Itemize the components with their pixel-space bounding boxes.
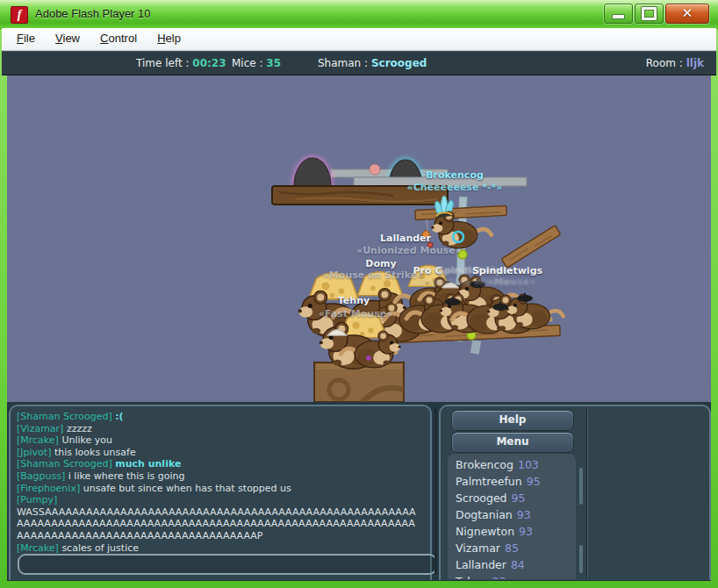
- chat-message-text: zzzzz: [67, 423, 92, 434]
- window-controls: ✕: [604, 4, 709, 24]
- player-row: Palmtreefun95: [456, 473, 576, 490]
- room-label: Room :: [646, 57, 683, 69]
- chat-message-author: [Firephoenix]: [17, 483, 80, 494]
- chat-message-author: [Shaman Scrooged]: [17, 458, 112, 470]
- game-status-bar: Time left : 00:23 Mice : 35 Shaman : Scr…: [2, 51, 716, 75]
- close-button[interactable]: ✕: [665, 4, 709, 24]
- player-title-tehny: «Fast Mouse»: [319, 308, 392, 319]
- player-row: Tehny83: [456, 573, 576, 579]
- chat-message-author: [Vizamar]: [17, 423, 63, 434]
- player-row: Brokencog103: [456, 456, 576, 473]
- player-row: Lallander84: [456, 556, 576, 573]
- minimize-icon: [613, 15, 624, 18]
- chat-message-text: i like where this is going: [68, 470, 185, 482]
- player-label-lallander: Lallander: [380, 233, 431, 244]
- player-list: Brokencog103 Palmtreefun95 Scrooged95 Do…: [448, 454, 576, 579]
- maximize-button[interactable]: [635, 4, 664, 24]
- player-name: Dogtanian: [456, 508, 513, 521]
- player-score: 84: [511, 558, 525, 571]
- time-left-label: Time left :: [136, 57, 189, 69]
- help-button[interactable]: Help: [451, 410, 574, 431]
- room-group: Room : lljk: [646, 57, 704, 69]
- shaman-label: Shaman :: [318, 57, 368, 69]
- player-score: 93: [517, 508, 531, 521]
- chat-log: [Shaman Scrooged] :( [Vizamar] zzzzz [Mr…: [17, 411, 422, 555]
- pole-stub: [470, 340, 481, 354]
- chat-message-author: [Mrcake]: [17, 434, 59, 446]
- shaman-value: Scrooged: [371, 57, 427, 69]
- chat-message-text: WASSAAAAAAAAAAAAAAAAAAAAAAAAAAAAAAAAAAAA…: [17, 506, 422, 542]
- chat-message-author: [Jpivot]: [17, 447, 51, 458]
- time-left-value: 00:23: [192, 57, 226, 69]
- chat-scrollbar[interactable]: [434, 407, 437, 574]
- menu-button[interactable]: Menu: [451, 432, 574, 453]
- player-title-lallander: «Unionized Mouse»: [356, 245, 462, 256]
- menu-item[interactable]: Help: [149, 28, 189, 45]
- player-score: 85: [505, 541, 519, 555]
- menu-item[interactable]: View: [47, 28, 88, 45]
- player-score: 103: [518, 458, 539, 471]
- chat-message-author: [Pumpy]: [17, 494, 57, 506]
- chat-message: [Firephoenix] unsafe but since when has …: [17, 483, 422, 495]
- shaman-plank: [415, 205, 506, 219]
- chat-message: [Vizamar] zzzzz: [17, 423, 422, 435]
- player-row: Scrooged95: [456, 490, 576, 506]
- flash-player-icon: f: [11, 6, 28, 24]
- player-label-tehny: Tehny: [338, 295, 370, 306]
- chat-message-text: :(: [115, 411, 123, 422]
- pink-ball: [370, 164, 380, 175]
- title-bar[interactable]: f Adobe Flash Player 10 ✕: [0, 0, 718, 29]
- shaman-group: Shaman : Scrooged: [318, 57, 427, 69]
- chat-message: [Shaman Scrooged] much unlike: [17, 458, 422, 470]
- panel-divider: [586, 408, 587, 578]
- mice-count-value: 35: [266, 57, 281, 69]
- menu-item[interactable]: File: [9, 28, 43, 45]
- chat-message: [Pumpy] WASSAAAAAAAAAAAAAAAAAAAAAAAAAAAA…: [17, 494, 422, 541]
- player-title-domy: «Mouse on Strike»: [323, 269, 423, 281]
- player-list-scrollbar[interactable]: [579, 459, 583, 578]
- room-value: lljk: [686, 57, 704, 69]
- chat-message-author: [Bagpuss]: [17, 470, 65, 482]
- chat-box: [Shaman Scrooged] :( [Vizamar] zzzzz [Mr…: [9, 405, 432, 580]
- player-name: Brokencog: [456, 458, 513, 471]
- player-name: Vizamar: [456, 541, 500, 555]
- player-row: Vizamar85: [456, 540, 576, 556]
- window-title: Adobe Flash Player 10: [35, 7, 151, 20]
- chat-message-text: this looks unsafe: [54, 447, 136, 458]
- chat-message-text: unsafe but since when has that stopped u…: [83, 483, 291, 494]
- chat-message: [Jpivot] this looks unsafe: [17, 447, 422, 459]
- mouse-hole-pink: [294, 158, 331, 186]
- menu-bar: File View Control Help: [2, 28, 716, 51]
- player-row: Dogtanian93: [456, 506, 576, 523]
- chat-message-author: [Mrcake]: [17, 542, 59, 554]
- scrollbar-thumb-2[interactable]: [579, 545, 583, 573]
- player-label-brokencog: Brokencog: [426, 169, 484, 181]
- player-name: Palmtreefun: [456, 475, 522, 488]
- scrollbar-thumb[interactable]: [579, 468, 583, 505]
- close-icon: ✕: [682, 7, 693, 20]
- game-scene: [7, 75, 711, 402]
- game-canvas[interactable]: Brokencog «Cheeeeeese *-*» Lallander «Un…: [7, 75, 711, 402]
- chat-message: [Mrcake] scales of justice: [17, 542, 422, 555]
- mice-count-group: Mice : 35: [232, 57, 281, 69]
- chat-input[interactable]: [18, 554, 437, 575]
- time-left-group: Time left : 00:23: [136, 57, 226, 69]
- player-name: Scrooged: [456, 491, 507, 505]
- player-score: 95: [527, 475, 541, 488]
- player-name: Lallander: [456, 558, 506, 571]
- chat-message-text: scales of justice: [61, 542, 139, 554]
- chat-message: [Shaman Scrooged] :(: [17, 411, 422, 423]
- minimize-button[interactable]: [604, 4, 633, 24]
- player-score: 83: [492, 575, 506, 579]
- menu-item[interactable]: Control: [92, 28, 145, 45]
- player-name: Tehny: [456, 575, 487, 579]
- chat-message-text: Unlike you: [61, 434, 112, 446]
- tilted-plank-right: [501, 226, 560, 268]
- player-label-domy: Domy: [365, 258, 396, 269]
- flash-player-window: f Adobe Flash Player 10 ✕ File View Cont…: [0, 0, 718, 588]
- chat-message-text: much unlike: [115, 458, 181, 470]
- flower: [366, 355, 371, 361]
- side-panel: Help Menu Brokencog103 Palmtreefun95 Scr…: [439, 405, 711, 580]
- player-name: Nignewton: [456, 525, 514, 538]
- bottom-panel: [Shaman Scrooged] :( [Vizamar] zzzzz [Mr…: [7, 402, 711, 581]
